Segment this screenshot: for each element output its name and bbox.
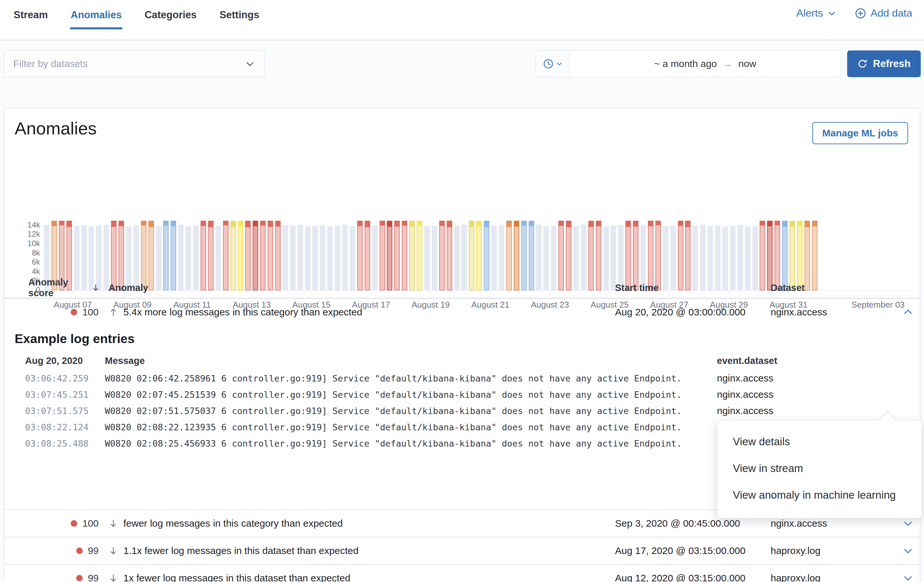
anomaly-description: 1x fewer log messages in this dataset th… (124, 572, 350, 582)
arrow-down-icon (109, 546, 118, 556)
chart-bar-severity-cap (447, 221, 452, 227)
chart-bar-severity-cap (59, 221, 64, 225)
chart-bar-severity-cap (775, 221, 780, 225)
chart-bar-severity-cap (119, 221, 124, 226)
chart-bar-severity-cap (402, 221, 407, 226)
collapse-row-button[interactable] (903, 307, 913, 317)
dataset-filter-select[interactable]: Filter by datasets (4, 51, 264, 77)
expand-row-button[interactable] (903, 518, 913, 529)
anomaly-description-cell: 1x fewer log messages in this dataset th… (109, 572, 607, 582)
chart-bar-severity-cap (782, 221, 787, 227)
log-entry-time: 03:06:42.259 (25, 373, 98, 383)
chart-bar-severity-cap (208, 221, 214, 227)
chart-bar-severity-cap (409, 221, 415, 226)
anomaly-table-row: 1005.4x more log messages in this catego… (4, 298, 921, 326)
y-axis-label: 14k (15, 220, 40, 229)
expand-row-button[interactable] (903, 546, 913, 556)
chart-bar-severity-cap (484, 221, 489, 227)
column-header-start-time: Start time (615, 282, 762, 293)
chart-bar-severity-cap (357, 221, 363, 226)
chart-bar-severity-cap (760, 221, 765, 226)
chart-bar-severity-cap (588, 221, 594, 227)
anomalies-table-header: Anomaly score Anomaly Start time Dataset (4, 277, 921, 298)
start-time-cell: Sep 3, 2020 @ 00:45:00.000 (615, 518, 762, 529)
plus-circle-icon (855, 8, 866, 19)
anomaly-description: 5.4x more log messages in this category … (124, 307, 362, 318)
chart-bar-severity-cap (685, 221, 691, 227)
chevron-down-icon (245, 59, 255, 69)
anomaly-description: fewer log messages in this category than… (124, 518, 343, 529)
log-entry-message: W0820 02:07:51.575037 6 controller.go:91… (105, 406, 710, 416)
log-entry-time: 03:07:45.251 (25, 390, 98, 400)
arrow-down-icon (109, 573, 118, 582)
chart-bar-severity-cap (201, 221, 206, 226)
chart-bar-severity-cap (245, 221, 251, 227)
anomaly-score-cell: 100 (18, 518, 100, 529)
page-title: Anomalies (15, 118, 97, 138)
log-entry-time: 03:07:51.575 (25, 406, 98, 416)
time-range-display[interactable]: ~ a month ago → now (570, 51, 841, 77)
dataset-cell: nginx.access (771, 518, 894, 529)
tab-categories[interactable]: Categories (144, 5, 197, 29)
refresh-button[interactable]: Refresh (847, 51, 921, 77)
context-menu-items: View detailsView in streamView anomaly i… (717, 420, 922, 518)
chart-bar-severity-cap (566, 221, 571, 227)
anomaly-score-value: 100 (82, 518, 99, 529)
anomaly-score-cell: 100 (18, 307, 100, 318)
add-data-label: Add data (871, 7, 912, 19)
chart-bar-severity-cap (387, 221, 392, 227)
chevron-down-icon (556, 61, 563, 67)
chart-bar-severity-cap (141, 221, 147, 226)
tab-stream[interactable]: Stream (13, 5, 48, 29)
log-message-header: Message (105, 355, 710, 366)
anomaly-description-cell: 1.1x fewer log messages in this dataset … (109, 545, 607, 556)
chart-bar-severity-cap (790, 221, 795, 227)
column-header-dataset: Dataset (771, 282, 894, 293)
tab-settings[interactable]: Settings (219, 5, 260, 29)
arrow-down-icon (109, 519, 118, 528)
chevron-down-icon (828, 9, 836, 18)
anomaly-score-value: 100 (82, 307, 99, 318)
menu-item-view-in-stream[interactable]: View in stream (717, 455, 922, 482)
chart-bar-severity-cap (514, 221, 519, 227)
log-entry-time: 03:08:22.124 (25, 422, 98, 432)
expand-row-button[interactable] (903, 573, 913, 582)
chart-bar-severity-cap (439, 221, 445, 226)
dataset-cell: nginx.access (771, 307, 894, 318)
refresh-label: Refresh (873, 58, 910, 70)
arrow-right-icon: → (723, 58, 733, 69)
log-entry-time: 03:08:25.488 (25, 439, 98, 448)
chart-bar-severity-cap (417, 221, 422, 225)
anomaly-table-row: 991.1x fewer log messages in this datase… (4, 537, 921, 565)
column-header-anomaly: Anomaly (109, 282, 607, 293)
chart-bar-severity-cap (238, 221, 243, 226)
chart-bar-severity-cap (678, 221, 683, 226)
dataset-cell: haproxy.log (771, 545, 894, 556)
y-axis-label: 6k (15, 257, 40, 267)
add-data-button[interactable]: Add data (855, 7, 912, 19)
refresh-icon (857, 59, 868, 69)
menu-item-view-anomaly-in-ml[interactable]: View anomaly in machine learning (717, 482, 922, 508)
chart-bar-severity-cap (521, 221, 527, 226)
manage-ml-jobs-button[interactable]: Manage ML jobs (812, 122, 908, 144)
tab-anomalies[interactable]: Anomalies (70, 5, 122, 29)
anomaly-score-header-label: Anomaly score (28, 277, 88, 298)
alerts-label: Alerts (796, 7, 823, 19)
y-axis-label: 4k (15, 267, 40, 276)
chart-bar-severity-cap (506, 221, 512, 227)
column-header-anomaly-score[interactable]: Anomaly score (18, 277, 100, 298)
chart-bar-severity-cap (797, 221, 803, 226)
chart-bar-severity-cap (767, 221, 772, 226)
chart-bar-severity-cap (163, 221, 169, 226)
top-navigation: Stream Anomalies Categories Settings Ale… (0, 0, 924, 40)
chart-bar-severity-cap (476, 221, 482, 226)
logs-anomalies-page: Stream Anomalies Categories Settings Ale… (0, 0, 924, 582)
sort-desc-icon (91, 284, 100, 292)
alerts-dropdown[interactable]: Alerts (796, 7, 836, 19)
time-quick-select-button[interactable] (536, 51, 570, 77)
menu-item-view-details[interactable]: View details (717, 429, 922, 455)
log-entry-message: W0820 02:06:42.258961 6 controller.go:91… (105, 373, 710, 383)
log-date-header: Aug 20, 2020 (25, 355, 98, 366)
anomaly-score-value: 99 (88, 545, 99, 556)
chart-bar-severity-cap (469, 221, 474, 227)
